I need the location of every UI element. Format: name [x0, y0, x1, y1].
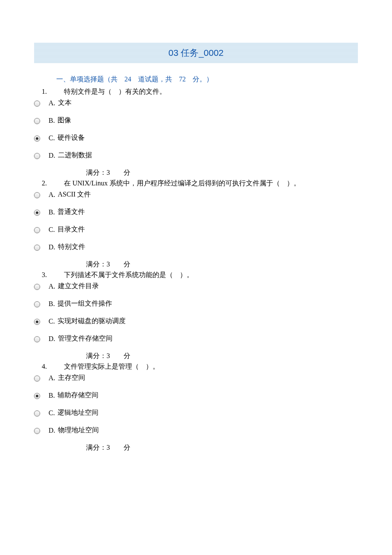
radio-button[interactable]: [34, 136, 40, 142]
radio-cell: [34, 392, 49, 399]
option-label: A.: [49, 99, 55, 107]
radio-button[interactable]: [34, 210, 40, 216]
option-text: 主存空间: [58, 373, 85, 382]
question-text: 文件管理实际上是管理（ ）。: [64, 361, 358, 372]
page-title: 03 任务_0002: [34, 43, 358, 63]
option-row: C.逻辑地址空间: [34, 408, 358, 417]
option-row: A.文本: [34, 98, 358, 107]
radio-button[interactable]: [34, 410, 40, 416]
option-label: C.: [49, 134, 55, 142]
option-label: A.: [49, 374, 55, 382]
radio-button[interactable]: [34, 284, 40, 290]
section-header: 一、单项选择题（共 24 道试题，共 72 分。）: [56, 75, 358, 84]
score-line: 满分：3 分: [86, 352, 358, 361]
option-label: D.: [49, 152, 55, 159]
option-label: D.: [49, 335, 55, 343]
radio-cell: [34, 244, 49, 251]
radio-button[interactable]: [34, 245, 40, 251]
score-prefix: 满分：: [86, 444, 107, 451]
question-header: 2.在 UNIX/Linux 系统中，用户程序经过编译之后得到的可执行文件属于（…: [42, 178, 358, 188]
score-prefix: 满分：: [86, 352, 107, 359]
option-label: C.: [49, 226, 55, 234]
page-container: 03 任务_0002 一、单项选择题（共 24 道试题，共 72 分。） 1.特…: [0, 0, 392, 479]
option-row: B.普通文件: [34, 208, 358, 217]
option-text: 二进制数据: [58, 151, 92, 160]
score-value: 3: [107, 260, 110, 268]
option-text: 物理地址空间: [58, 426, 99, 435]
radio-button[interactable]: [34, 319, 40, 325]
radio-cell: [34, 283, 49, 290]
radio-cell: [34, 100, 49, 107]
radio-button[interactable]: [34, 376, 40, 382]
score-value: 3: [107, 444, 110, 451]
score-suffix: 分: [124, 260, 130, 268]
option-text: ASCII 文件: [58, 190, 91, 199]
option-row: D.特别文件: [34, 243, 358, 251]
question-header: 4.文件管理实际上是管理（ ）。: [42, 361, 358, 372]
question-text: 特别文件是与（ ）有关的文件。: [64, 87, 358, 97]
radio-button[interactable]: [34, 301, 40, 307]
option-text: 提供一组文件操作: [58, 299, 112, 308]
radio-button[interactable]: [34, 428, 40, 434]
radio-button[interactable]: [34, 101, 40, 107]
question-number: 4.: [42, 363, 64, 370]
score-line: 满分：3 分: [86, 260, 358, 269]
option-row: A.建立文件目录: [34, 282, 358, 291]
radio-cell: [34, 191, 49, 198]
radio-button[interactable]: [34, 153, 40, 159]
question-header: 3.下列描述不属于文件系统功能的是（ ）。: [42, 270, 358, 280]
option-label: B.: [49, 392, 55, 399]
question-number: 1.: [42, 88, 64, 95]
option-text: 文本: [58, 98, 72, 107]
score-value: 3: [107, 352, 110, 359]
radio-button[interactable]: [34, 118, 40, 124]
score-line: 满分：3 分: [86, 168, 358, 177]
score-line: 满分：3 分: [86, 443, 358, 452]
radio-cell: [34, 301, 49, 307]
radio-button[interactable]: [34, 192, 40, 198]
option-text: 建立文件目录: [58, 282, 99, 291]
radio-button[interactable]: [34, 393, 40, 399]
radio-cell: [34, 427, 49, 434]
option-text: 辅助存储空间: [58, 391, 98, 400]
questions-list: 1.特别文件是与（ ）有关的文件。A.文本B.图像C.硬件设备D.二进制数据满分…: [34, 87, 358, 452]
option-text: 特别文件: [58, 243, 85, 251]
option-label: A.: [49, 191, 55, 199]
option-label: B.: [49, 117, 55, 124]
question-number: 2.: [42, 179, 64, 187]
option-text: 管理文件存储空间: [58, 334, 112, 343]
question-text: 下列描述不属于文件系统功能的是（ ）。: [64, 270, 358, 280]
option-label: D.: [49, 427, 55, 434]
score-suffix: 分: [124, 169, 130, 176]
option-label: B.: [49, 300, 55, 308]
option-label: C.: [49, 318, 55, 325]
radio-cell: [34, 226, 49, 233]
option-label: D.: [49, 243, 55, 251]
option-text: 图像: [58, 116, 71, 125]
option-row: C.目录文件: [34, 225, 358, 234]
radio-cell: [34, 375, 49, 382]
radio-cell: [34, 117, 49, 124]
option-row: A.主存空间: [34, 373, 358, 382]
score-prefix: 满分：: [86, 260, 107, 268]
option-text: 硬件设备: [58, 133, 85, 142]
radio-button[interactable]: [34, 227, 40, 233]
option-text: 普通文件: [58, 208, 85, 217]
score-prefix: 满分：: [86, 169, 107, 176]
question-number: 3.: [42, 271, 64, 279]
radio-cell: [34, 335, 49, 342]
radio-cell: [34, 152, 49, 159]
option-row: B.图像: [34, 116, 358, 125]
option-text: 实现对磁盘的驱动调度: [58, 317, 126, 326]
radio-button[interactable]: [34, 336, 40, 342]
option-text: 目录文件: [58, 225, 85, 234]
radio-cell: [34, 318, 49, 325]
option-label: B.: [49, 208, 55, 216]
radio-cell: [34, 410, 49, 416]
radio-cell: [34, 135, 49, 142]
option-label: C.: [49, 409, 55, 417]
option-row: A.ASCII 文件: [34, 190, 358, 199]
score-value: 3: [107, 169, 110, 176]
radio-cell: [34, 209, 49, 216]
option-row: C.实现对磁盘的驱动调度: [34, 317, 358, 326]
